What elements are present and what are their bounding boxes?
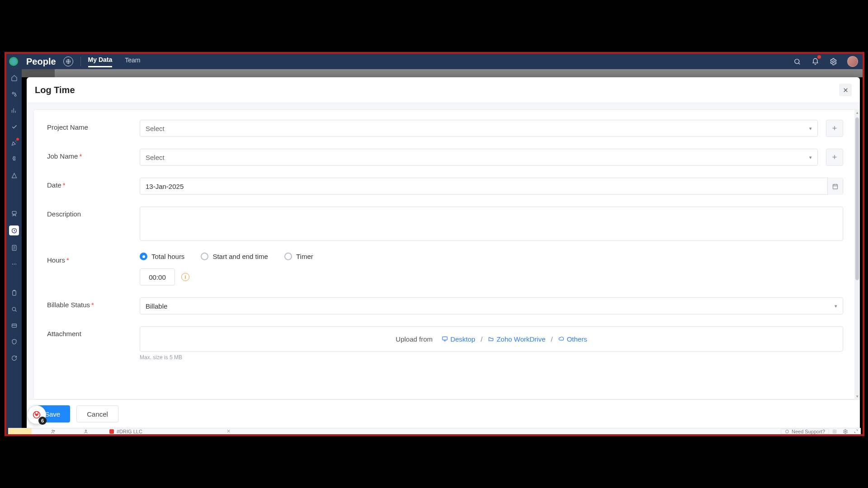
project-name-select[interactable]: Select ▾ [140,120,818,137]
upload-desktop-link[interactable]: Desktop [442,335,475,343]
label-job-name: Job Name* [47,149,140,160]
apps-grid-icon[interactable] [832,429,837,434]
tab-team[interactable]: Team [125,56,140,66]
label-billable-status: Billable Status* [47,297,140,309]
search-icon[interactable] [10,305,18,313]
svg-point-24 [835,430,836,431]
clipboard-icon[interactable] [10,289,18,297]
app-frame: People My Data Team [5,52,864,436]
check-icon[interactable] [10,122,18,131]
job-name-select[interactable]: Select ▾ [140,149,818,166]
svg-point-20 [85,430,87,431]
scroll-up-icon[interactable]: ▴ [854,109,860,116]
svg-rect-14 [833,184,838,189]
label-attachment: Attachment [47,326,140,338]
svg-point-27 [835,431,836,432]
svg-rect-5 [12,211,16,214]
expand-icon[interactable] [854,429,859,434]
app-brand: People [26,56,56,67]
separator: / [481,335,482,343]
add-project-button[interactable]: + [826,120,843,137]
gear-icon[interactable] [829,57,837,66]
modal-title: Log Time [35,85,75,95]
label-date: Date* [47,178,140,189]
chat-badge: 6 [38,417,47,425]
svg-point-25 [833,431,834,432]
separator: / [551,335,552,343]
status-person-icon[interactable] [83,429,89,434]
log-time-modal: Log Time Project Name Select ▾ + [27,77,860,428]
scrollbar-thumb[interactable] [855,117,859,280]
tab-strip [22,69,863,77]
close-icon[interactable]: ✕ [226,428,231,434]
bottom-status-bar: ? #DRIG LLC ✕ Need Support? [8,428,861,434]
close-button[interactable] [839,84,852,96]
upload-workdrive-link[interactable]: Zoho WorkDrive [488,335,545,343]
add-job-button[interactable]: + [826,149,843,166]
svg-point-30 [835,432,836,433]
svg-point-23 [834,430,835,431]
svg-point-26 [834,431,835,432]
radio-start-end-time[interactable]: Start and end time [201,253,268,260]
svg-point-3 [12,92,14,94]
upload-prefix: Upload from [396,335,433,343]
active-tab-segment [22,69,55,77]
gear-icon[interactable] [843,429,848,434]
info-icon[interactable]: i [181,273,189,281]
org-icon[interactable] [10,90,18,98]
attachment-size-hint: Max. size is 5 MB [140,354,843,361]
description-textarea[interactable] [140,206,843,241]
svg-rect-11 [12,291,16,295]
svg-point-22 [833,430,834,431]
home-icon[interactable] [10,74,18,82]
svg-point-2 [832,61,834,62]
svg-point-31 [845,431,846,432]
divider [80,57,81,66]
chat-widget[interactable]: 6 [27,405,46,424]
hours-value-input[interactable]: 00:00 [140,268,175,286]
channel-chip[interactable]: #DRIG LLC ✕ [109,428,231,434]
card-icon[interactable] [10,321,18,329]
tab-my-data[interactable]: My Data [88,56,113,67]
svg-point-12 [12,307,16,311]
shield-icon[interactable] [10,338,18,346]
billable-status-select[interactable]: Billable ▾ [140,297,843,314]
scroll-down-icon[interactable]: ▾ [854,393,860,399]
chevron-down-icon: ▾ [835,303,837,309]
timesheet-icon[interactable] [9,225,19,235]
alert-dot-icon [16,138,19,141]
confetti-icon[interactable] [10,139,18,147]
puzzle-icon[interactable] [10,155,18,163]
bell-icon[interactable] [811,57,819,66]
globe-icon[interactable] [63,56,73,66]
radio-timer[interactable]: Timer [284,253,313,260]
calendar-icon[interactable] [827,178,843,195]
date-input[interactable]: 13-Jan-2025 [140,178,843,195]
refresh-icon[interactable] [10,354,18,362]
cancel-button[interactable]: Cancel [76,405,118,422]
svg-point-21 [786,430,789,433]
svg-rect-15 [443,337,448,340]
need-support-button[interactable]: Need Support? [781,429,829,434]
search-icon[interactable] [793,57,801,66]
form-container: Project Name Select ▾ + Job Name* Select [33,109,857,399]
top-nav: People My Data Team [6,54,863,69]
svg-point-29 [834,432,835,433]
radio-total-hours[interactable]: Total hours [140,253,184,260]
document-icon[interactable] [10,244,18,252]
reports-icon[interactable] [10,106,18,114]
bottom-highlight [8,428,32,434]
triangle-icon[interactable] [10,171,18,179]
notification-dot-icon [817,55,821,59]
more-icon[interactable] [10,260,18,268]
svg-point-18 [52,430,53,431]
label-project-name: Project Name [47,120,140,131]
upload-others-link[interactable]: Others [558,335,587,343]
badge-icon[interactable] [10,209,18,217]
svg-point-28 [833,432,834,433]
vertical-scrollbar[interactable]: ▴ ▾ [854,109,860,399]
svg-point-8 [12,263,13,264]
avatar[interactable] [847,56,858,67]
status-people-icon[interactable] [51,429,56,434]
attachment-upload-area[interactable]: Upload from Desktop / Zoho WorkDrive / [140,326,843,352]
